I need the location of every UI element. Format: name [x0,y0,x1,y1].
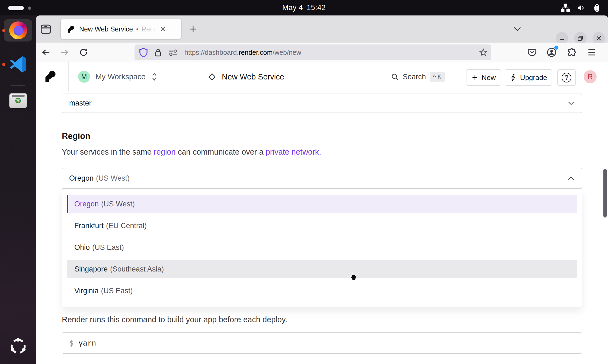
command-value: yarn [78,339,96,347]
region-option-frankfurt[interactable]: Frankfurt (EU Central) [67,217,577,235]
render-favicon [67,25,75,33]
breadcrumb: New Web Service [208,62,284,91]
build-command-note: Render runs this command to build your a… [62,315,287,324]
menu-icon[interactable] [585,46,598,59]
region-select[interactable]: Oregon (US West) [62,168,582,189]
region-description: Your services in the same region can com… [62,148,321,157]
option-area: (US East) [101,287,133,295]
mouse-cursor [349,270,358,282]
command-prompt: $ [69,339,73,347]
upgrade-button[interactable]: Upgrade [505,69,552,86]
browser-window: New Web Service • Rend [36,15,608,364]
url-domain: render.com [239,49,273,56]
region-option-ohio[interactable]: Ohio (US East) [67,238,577,256]
page-scrollbar-thumb[interactable] [603,169,607,218]
build-command-input[interactable]: $ yarn [62,332,582,354]
volume-icon [577,3,586,12]
lightning-icon [510,74,517,81]
option-city: Ohio [74,243,90,252]
header-divider-3 [457,62,457,91]
region-description-text-2: can communicate over a [176,148,266,156]
option-city: Oregon [74,200,99,208]
render-logo[interactable] [44,70,57,83]
vscode-running-dot [2,63,5,66]
firefox-icon-core [14,26,23,36]
region-heading: Region [62,131,90,141]
forward-button[interactable] [58,46,71,59]
system-tray[interactable] [561,0,601,15]
reload-button[interactable] [77,46,90,59]
bookmark-star-icon[interactable] [479,48,488,57]
tab-divider [59,22,59,36]
url-text: https://dashboard.render.com/web/new [184,49,301,56]
tab-title-suffix: Rend [141,25,158,33]
extensions-icon[interactable] [565,46,578,59]
plus-icon [471,74,478,81]
region-select-value-area: (US West) [96,174,130,183]
option-area: (Southeast Asia) [110,265,164,273]
region-link[interactable]: region [154,148,176,156]
firefox-view-button[interactable] [40,23,52,35]
tracking-protection-shield-icon[interactable] [139,47,148,57]
dock-vscode[interactable] [0,55,36,74]
dock: ♻ [0,15,36,364]
lock-icon[interactable] [154,48,162,57]
up-down-chevrons-icon [151,72,158,81]
tab-close-icon[interactable] [159,25,166,33]
app-header: M My Workspace New Web Service [36,62,608,91]
search-label: Search [403,73,426,81]
workspace-avatar: M [78,71,90,83]
private-network-link[interactable]: private network. [266,148,321,156]
active-tab[interactable]: New Web Service • Rend [61,19,181,39]
branch-value: master [69,99,92,107]
dock-trash[interactable]: ♻ [0,93,36,108]
region-dropdown: Oregon (US West) Frankfurt (EU Central) … [62,189,582,307]
trash-lid [12,95,25,97]
region-option-singapore[interactable]: Singapore (Southeast Asia) [67,260,577,278]
search-icon [391,73,399,81]
tab-title-separator: • [136,26,138,32]
tab-strip: New Web Service • Rend [36,15,608,43]
option-area: (US West) [101,200,135,208]
battery-icon [592,3,601,12]
trash-icon: ♻ [9,93,27,108]
url-bar[interactable]: https://dashboard.render.com/web/new [135,44,491,60]
search-button[interactable]: Search ^ K [391,62,445,91]
option-city: Singapore [74,265,108,273]
option-area: (EU Central) [106,222,147,230]
system-clock[interactable]: May 4 15:42 [0,0,608,15]
branch-select[interactable]: master [62,94,582,113]
dock-firefox[interactable] [0,21,36,39]
url-scheme-subdomain: https://dashboard. [184,49,239,56]
back-button[interactable] [40,46,52,59]
system-top-bar: May 4 15:42 [0,0,608,15]
new-button[interactable]: New [466,69,501,86]
workspace-switcher[interactable]: M My Workspace [78,62,158,91]
new-tab-button[interactable] [187,23,199,35]
dock-separator [11,85,25,86]
url-path: /web/new [273,49,301,56]
tab-title: New Web Service [79,25,133,33]
help-icon: ? [562,73,571,82]
option-city: Virginia [74,287,99,295]
clock-date: May 4 [282,4,303,12]
region-option-oregon[interactable]: Oregon (US West) [67,195,577,213]
help-button[interactable]: ? [557,69,576,86]
chevron-down-icon [568,101,575,106]
permissions-icon[interactable] [168,48,178,56]
ubuntu-logo-icon [9,338,27,355]
vscode-icon [9,55,28,74]
account-icon[interactable] [545,46,558,59]
region-option-virginia[interactable]: Virginia (US East) [67,282,577,300]
dock-ubuntu-launcher[interactable] [0,338,36,355]
user-avatar[interactable]: R [584,70,597,83]
header-divider-1 [68,62,69,91]
list-all-tabs-button[interactable] [511,23,524,35]
firefox-icon [9,21,27,39]
upgrade-button-label: Upgrade [520,74,547,82]
firefox-running-dot [2,29,5,32]
chevron-up-icon [568,176,575,181]
page-content: master Region Your services in the same … [36,91,608,364]
pocket-icon[interactable] [526,46,538,59]
new-button-label: New [482,74,496,82]
